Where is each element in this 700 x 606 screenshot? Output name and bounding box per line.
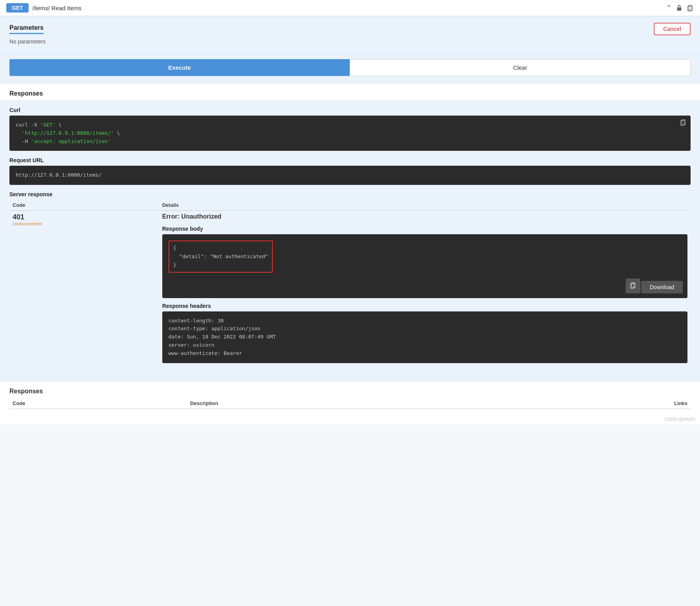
header-icons: ⌃: [666, 4, 694, 12]
execute-button[interactable]: Execute: [9, 59, 350, 76]
response-body-highlight: { "detail": "Not authenticated" }: [169, 241, 273, 273]
undocumented-label: Undocumented: [13, 221, 156, 226]
params-header: Parameters Cancel: [9, 23, 691, 35]
collapse-icon[interactable]: ⌃: [666, 4, 672, 12]
bottom-responses-table: Code Description Links: [9, 398, 691, 409]
clipboard-icon[interactable]: [687, 4, 694, 11]
bottom-col-description: Description: [187, 398, 508, 409]
error-text: Error: Unauthorized: [162, 213, 221, 220]
responses-title: Responses: [9, 90, 43, 97]
header-line-4: www-authenticate: Bearer: [169, 350, 242, 356]
col-details-header: Details: [159, 200, 691, 211]
action-bar: Execute Clear: [0, 54, 700, 84]
bottom-col-code: Code: [9, 398, 187, 409]
header-line-0: content-length: 30: [169, 318, 224, 324]
path: /items/: [33, 5, 50, 11]
curl-copy-button[interactable]: [680, 119, 687, 128]
json-line1: {: [173, 245, 176, 251]
description: Read Items: [51, 5, 82, 11]
header-line-2: date: Sun, 18 Dec 2022 08:07:49 GMT: [169, 334, 276, 340]
path-text: /items/ Read Items: [33, 5, 82, 11]
svg-rect-0: [677, 7, 682, 11]
col-code-header: Code: [9, 200, 159, 211]
response-headers-block: content-length: 30 content-type: applica…: [162, 311, 687, 363]
json-line3: }: [173, 262, 176, 268]
response-body-label: Response body: [162, 226, 687, 232]
table-row: 401 Undocumented Error: Unauthorized Res…: [9, 211, 691, 372]
curl-line3: -H 'accept: application/json': [16, 138, 111, 144]
lock-icon[interactable]: [676, 4, 683, 11]
clear-button[interactable]: Clear: [350, 59, 691, 76]
request-url-label: Request URL: [9, 157, 691, 163]
curl-line2: 'http://127.0.0.1:8000/items/' \: [16, 130, 120, 136]
json-line2: "detail": "Not authenticated": [173, 253, 268, 259]
responses-section: Responses: [0, 84, 700, 101]
bottom-responses-title: Responses: [9, 388, 691, 395]
header-line-1: content-type: application/json: [169, 326, 261, 331]
curl-code-block: curl -X 'GET' \ 'http://127.0.0.1:8000/i…: [9, 116, 691, 151]
response-body-container: { "detail": "Not authenticated" } Downlo…: [162, 234, 687, 298]
server-response-table: Code Details 401 Undocumented Error: Una…: [9, 200, 691, 371]
response-body-copy-button[interactable]: [626, 279, 640, 293]
status-code: 401: [13, 213, 24, 221]
curl-line1: curl -X 'GET' \: [16, 122, 62, 128]
response-headers-label: Response headers: [162, 303, 687, 309]
header-line-3: server: uvicorn: [169, 342, 214, 348]
header-bar: GET /items/ Read Items ⌃: [0, 0, 700, 16]
parameters-section: Parameters Cancel No parameters: [0, 16, 700, 54]
bottom-col-links: Links: [508, 398, 691, 409]
method-badge: GET: [6, 3, 29, 13]
response-details: Curl curl -X 'GET' \ 'http://127.0.0.1:8…: [0, 101, 700, 381]
server-response-label: Server response: [9, 191, 691, 197]
no-params-text: No parameters: [9, 38, 691, 45]
watermark: CSDN-@WeiFo: [0, 415, 700, 425]
download-label: Download: [650, 284, 674, 290]
request-url-block: http://127.0.0.1:8000/items/: [9, 166, 691, 185]
bottom-responses-section: Responses Code Description Links: [0, 381, 700, 415]
download-button[interactable]: Download: [641, 281, 683, 293]
request-url-value: http://127.0.0.1:8000/items/: [16, 172, 102, 178]
parameters-title: Parameters: [9, 24, 44, 34]
cancel-button[interactable]: Cancel: [654, 23, 691, 35]
curl-label: Curl: [9, 107, 691, 113]
